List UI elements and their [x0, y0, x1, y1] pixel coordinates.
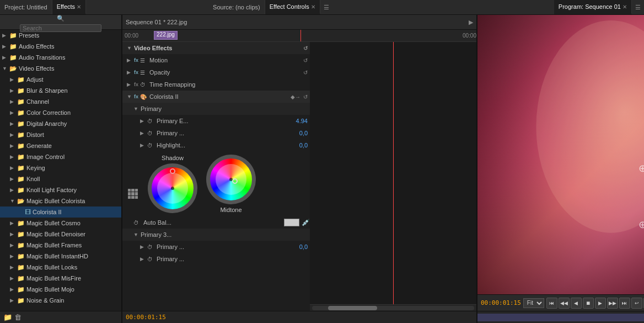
ec-menu-icon[interactable]: ☰: [320, 0, 332, 14]
reset-colorista-icon[interactable]: ↺: [303, 94, 308, 100]
param-row-highlight[interactable]: ▶ ⏱ Highlight... 0,0: [122, 139, 310, 151]
param-row-colorista[interactable]: ▼ fx 🎨 Colorista II ◆→ ↺: [122, 91, 310, 103]
folder-icon: 📁: [17, 242, 25, 249]
chevron-right-icon: ▶: [10, 298, 15, 303]
tab-source-label: Source: (no clips): [213, 4, 260, 10]
transport-loop-back-icon[interactable]: ↩: [631, 298, 642, 309]
tab-program-close-icon[interactable]: ✕: [622, 4, 627, 10]
ec-scroll-track[interactable]: [312, 306, 474, 310]
tree-item-magic-bullet-misfire[interactable]: ▶ 📁 Magic Bullet MisFire: [0, 273, 121, 284]
tree-item-magic-bullet-instanthd[interactable]: ▶ 📁 Magic Bullet InstantHD: [0, 251, 121, 262]
param-row-primary3-section[interactable]: ▼ Primary 3...: [122, 229, 310, 241]
tree-item-magic-bullet-cosmo[interactable]: ▶ 📁 Magic Bullet Cosmo: [0, 218, 121, 229]
primary-m-label: Primary ...: [157, 130, 298, 136]
folder-icon: 📁: [17, 231, 25, 238]
primary-e-value[interactable]: 4.94: [296, 118, 308, 124]
delete-icon[interactable]: 🗑: [14, 313, 22, 321]
param-row-motion[interactable]: ▶ fx ☰ Motion ↺: [122, 54, 310, 66]
chevron-right-icon: ▶: [127, 70, 132, 75]
reset-icon[interactable]: ↺: [303, 45, 308, 51]
transport-step-fwd-icon[interactable]: ▶▶: [607, 298, 618, 309]
reset-motion-icon[interactable]: ↺: [303, 57, 308, 63]
new-bin-icon[interactable]: 📁: [3, 313, 12, 321]
tree-item-digital-anarchy[interactable]: ▶ 📁 Digital Anarchy: [0, 118, 121, 129]
tree-item-magic-bullet-denoiser[interactable]: ▶ 📁 Magic Bullet Denoiser: [0, 229, 121, 240]
auto-bal-color-box[interactable]: [284, 219, 299, 226]
transport-step-back-frame-icon[interactable]: ◀: [571, 298, 582, 309]
tab-effect-controls[interactable]: Effect Controls ✕: [265, 0, 320, 14]
transport-stop-icon[interactable]: ⏹: [583, 298, 594, 309]
highlight-value[interactable]: 0,0: [299, 142, 308, 149]
tree-item-presets[interactable]: ▶ 📁 Presets: [0, 30, 121, 41]
tree-item-video-effects[interactable]: ▼ 📂 Video Effects: [0, 63, 121, 74]
primary-m-value[interactable]: 0,0: [299, 130, 308, 136]
effects-tree: ▶ 📁 Presets ▶ 📁 Audio Effects ▶ 📁 Audio …: [0, 30, 121, 311]
ec-scroll-thumb[interactable]: [328, 306, 377, 310]
tab-effects[interactable]: Effects ✕: [52, 0, 86, 14]
tree-item-channel[interactable]: ▶ 📁 Channel: [0, 96, 121, 107]
add-keyframe-icon[interactable]: ◆→: [291, 94, 300, 100]
transport-step-back-icon[interactable]: ⏮: [546, 298, 557, 309]
tree-item-magic-bullet-colorista[interactable]: ▼ 📂 Magic Bullet Colorista: [0, 195, 121, 206]
folder-icon: 📁: [17, 120, 25, 128]
effects-search-bar: 🔍: [0, 15, 122, 30]
tree-item-audio-effects[interactable]: ▶ 📁 Audio Effects: [0, 41, 121, 52]
tree-item-knoll-light-factory[interactable]: ▶ 📁 Knoll Light Factory: [0, 184, 121, 195]
transport-rewind-icon[interactable]: ◀◀: [559, 298, 570, 309]
folder-open-icon: 📂: [9, 65, 17, 72]
shadow-color-wheel[interactable]: [148, 163, 197, 213]
param-row-primary2[interactable]: ▶ ⏱ Primary ... 0,0: [122, 241, 310, 253]
fx-badge-opacity: fx: [134, 70, 138, 75]
chevron-down-icon: ▼: [133, 232, 139, 237]
tree-item-audio-transitions[interactable]: ▶ 📁 Audio Transitions: [0, 52, 121, 63]
tab-program[interactable]: Program: Sequence 01 ✕: [554, 0, 632, 14]
tab-source[interactable]: Source: (no clips): [208, 0, 265, 14]
tree-item-distort[interactable]: ▶ 📁 Distort: [0, 129, 121, 140]
chevron-right-icon: ▶: [10, 143, 15, 149]
fit-select[interactable]: Fit: [523, 298, 544, 308]
program-menu-icon[interactable]: ☰: [632, 0, 644, 14]
tree-item-blur-sharpen[interactable]: ▶ 📁 Blur & Sharpen: [0, 85, 121, 96]
tree-item-color-correction[interactable]: ▶ 📁 Color Correction: [0, 107, 121, 118]
tab-effect-controls-label: Effect Controls: [270, 3, 309, 10]
tree-item-adjust[interactable]: ▶ 📁 Adjust: [0, 74, 121, 85]
folder-icon: 📁: [17, 109, 25, 117]
param-row-primary3[interactable]: ▶ ⏱ Primary ...: [122, 253, 310, 265]
effects-panel: 🔍 ▶ 📁 Presets ▶ 📁 Audio Effects ▶ 📁 Audi…: [0, 15, 122, 323]
reset-opacity-icon[interactable]: ↺: [303, 70, 308, 76]
tree-item-knoll[interactable]: ▶ 📁 Knoll: [0, 173, 121, 184]
grid-tool-area: [127, 188, 139, 200]
chevron-right-icon: ▶: [10, 88, 15, 93]
chevron-right-icon: ▶: [10, 264, 15, 270]
ec-time-header: 00:00 222.jpg 00:00: [122, 30, 476, 42]
primary2-value[interactable]: 0,0: [299, 243, 308, 250]
tree-item-magic-bullet-looks[interactable]: ▶ 📁 Magic Bullet Looks: [0, 262, 121, 273]
tab-project[interactable]: Project: Untitled: [0, 0, 52, 14]
param-row-time-remapping[interactable]: ▶ fx ⏱ Time Remapping: [122, 78, 310, 91]
tree-item-colorista-ii[interactable]: 🎞 Colorista II: [0, 206, 121, 218]
chevron-right-icon: ▶: [127, 82, 132, 87]
tree-item-magic-bullet-frames[interactable]: ▶ 📁 Magic Bullet Frames: [0, 240, 121, 251]
transport-end-icon[interactable]: ⏭: [619, 298, 630, 309]
time-remapping-label: Time Remapping: [149, 81, 310, 88]
grid-icon[interactable]: [128, 189, 138, 199]
midtone-color-wheel[interactable]: [206, 155, 256, 204]
tab-effects-close-icon[interactable]: ✕: [77, 4, 81, 10]
tree-item-image-control[interactable]: ▶ 📁 Image Control: [0, 151, 121, 162]
tab-ec-close-icon[interactable]: ✕: [311, 4, 315, 10]
param-row-primary-e[interactable]: ▶ ⏱ Primary E... 4.94: [122, 115, 310, 127]
svg-point-10: [536, 20, 644, 233]
collapse-icon[interactable]: ▼: [127, 45, 132, 51]
program-panel: ⊕ ⊕ 00:00:01:15 Fit ⏮ ◀◀ ◀ ⏹ ▶ ▶▶ ⏭ ↩ ↪ …: [477, 15, 644, 323]
tree-item-generate[interactable]: ▶ 📁 Generate: [0, 140, 121, 151]
tree-item-noise-grain[interactable]: ▶ 📁 Noise & Grain: [0, 295, 121, 306]
param-row-primary-section[interactable]: ▼ Primary: [122, 103, 310, 115]
tree-item-magic-bullet-mojo[interactable]: ▶ 📁 Magic Bullet Mojo: [0, 284, 121, 295]
transport-play-icon[interactable]: ▶: [595, 298, 606, 309]
eyedropper-icon[interactable]: 💉: [302, 219, 310, 226]
program-timeline-bar[interactable]: [477, 311, 644, 323]
param-row-opacity[interactable]: ▶ fx ☰ Opacity ↺: [122, 66, 310, 78]
tree-item-keying[interactable]: ▶ 📁 Keying: [0, 162, 121, 173]
param-row-primary-m[interactable]: ▶ ⏱ Primary ... 0,0: [122, 127, 310, 139]
ec-right-panel: [310, 42, 476, 311]
